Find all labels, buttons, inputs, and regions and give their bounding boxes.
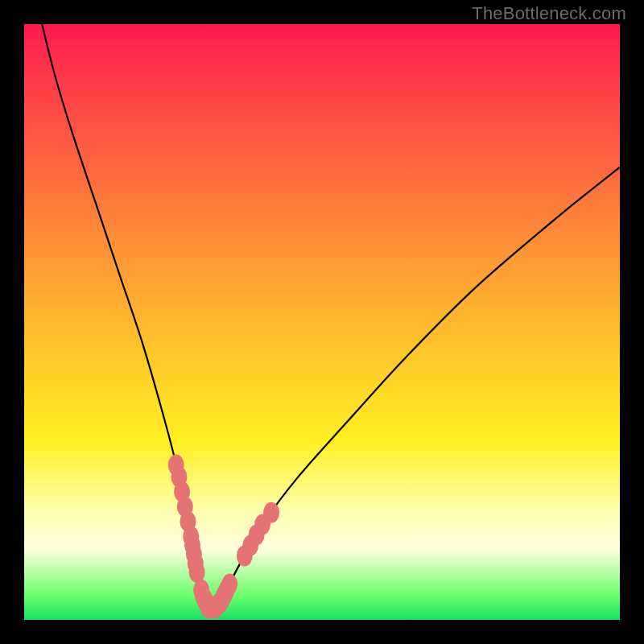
- curve-dot: [263, 502, 279, 523]
- curve-dot: [189, 562, 205, 583]
- watermark-text: TheBottleneck.com: [472, 3, 626, 24]
- curve-dot: [221, 574, 237, 595]
- chart-svg: [24, 24, 620, 620]
- bottleneck-curve: [42, 24, 620, 609]
- plot-area: [24, 24, 620, 620]
- curve-dots: [168, 455, 279, 619]
- chart-container: TheBottleneck.com: [0, 0, 644, 644]
